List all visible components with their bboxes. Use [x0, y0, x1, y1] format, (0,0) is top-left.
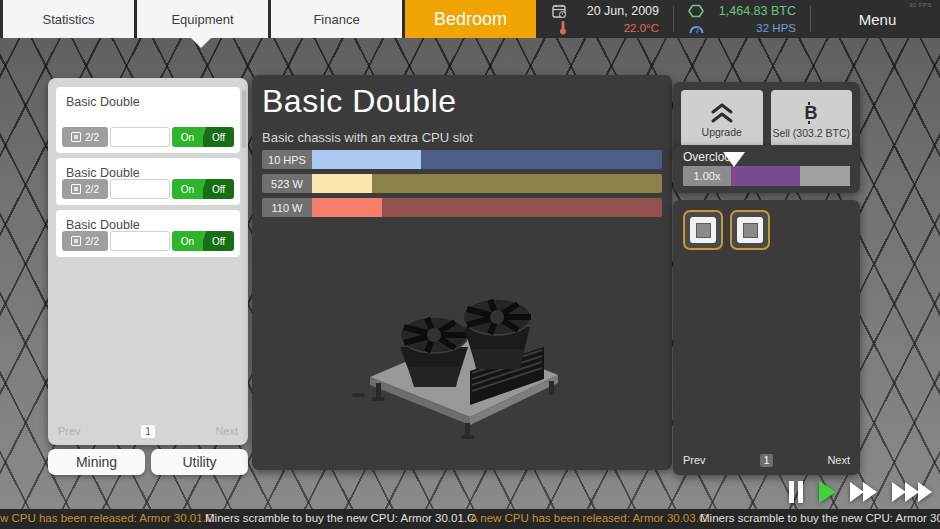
cpu-chip-icon [690, 217, 716, 243]
equipment-list-item[interactable]: Basic Double 2/2 On Off [56, 158, 240, 205]
next-page-button[interactable]: Next [215, 425, 238, 437]
hashrate-value: 32 HPS [708, 22, 796, 34]
tab-equipment[interactable]: Equipment [137, 0, 268, 38]
power-toggle[interactable]: On Off [172, 179, 234, 199]
equipment-name: Basic Double [66, 95, 233, 109]
cpu-slot-1-button[interactable] [683, 210, 723, 250]
overclock-value: 1.00x [683, 166, 731, 186]
ticker-message: Miners scramble to buy the new CPU: Armo… [700, 512, 940, 524]
tab-finance[interactable]: Finance [271, 0, 402, 38]
list-scrollbar[interactable] [242, 90, 246, 148]
overclock-track[interactable] [731, 166, 850, 186]
page-number: 1 [141, 425, 155, 438]
btc-coin-icon [688, 4, 704, 18]
upgrade-button[interactable]: Upgrade [681, 90, 763, 150]
stat-fill [312, 198, 382, 217]
stat-fill [312, 150, 421, 169]
pause-button[interactable] [787, 480, 805, 504]
play-button[interactable] [817, 480, 837, 504]
date-temp-group: 20 Jun, 2009 22.0°C [542, 0, 669, 38]
equipment-status-bar [110, 231, 170, 251]
equipment-list-item[interactable]: Basic Double 2/2 On Off [56, 210, 240, 257]
divider [673, 6, 674, 32]
overclock-panel: Overclock 1.00x [673, 145, 860, 193]
fastest-forward-button[interactable] [891, 480, 934, 504]
detail-title: Basic Double [262, 83, 662, 120]
balance-group: 1,464.83 BTC 32 HPS [678, 0, 806, 38]
game-screen: Statistics Equipment Finance Bedroom 20 … [0, 0, 940, 529]
upgrade-label: Upgrade [702, 126, 742, 138]
cpu-slot-count-badge: 2/2 [62, 127, 108, 147]
equipment-detail-panel: Basic Double Basic chassis with an extra… [252, 75, 672, 470]
bitcoin-icon: B [801, 101, 821, 125]
prev-page-button[interactable]: Prev [683, 454, 706, 466]
slot-count: 2/2 [85, 132, 99, 143]
overclock-handle[interactable] [723, 152, 745, 167]
cpu-slots-panel: Prev 1 Next [673, 200, 860, 475]
equipment-tab-notch [191, 38, 211, 48]
equipment-name: Basic Double [66, 166, 233, 180]
cpu-slot-count-badge: 2/2 [62, 179, 108, 199]
overclock-fill [731, 166, 800, 186]
stat-label: 110 W [262, 198, 312, 217]
equipment-name: Basic Double [66, 218, 233, 232]
game-date: 20 Jun, 2009 [571, 4, 659, 18]
ticker-message: w CPU has been released: Armor 30.01.C [0, 512, 214, 524]
toggle-off-label[interactable]: Off [203, 231, 234, 251]
top-bar: Statistics Equipment Finance Bedroom 20 … [0, 0, 940, 38]
thermometer-icon [559, 20, 567, 35]
heat-stat-bar: 110 W [262, 198, 662, 217]
tab-bedroom[interactable]: Bedroom [405, 0, 536, 38]
calendar-icon [552, 4, 567, 18]
hashrate-gauge-icon [689, 22, 704, 34]
next-page-button[interactable]: Next [827, 454, 850, 466]
sell-label: Sell (303.2 BTC) [772, 127, 850, 139]
time-controls [787, 478, 934, 506]
equipment-status-bar [110, 179, 170, 199]
cpu-slots-row [683, 210, 850, 250]
cpu-chip-icon [71, 132, 81, 142]
overclock-slider[interactable]: 1.00x [683, 166, 850, 186]
tab-utility[interactable]: Utility [151, 449, 248, 475]
detail-description: Basic chassis with an extra CPU slot [262, 130, 662, 145]
slot-count: 2/2 [85, 236, 99, 247]
stat-fill [312, 174, 372, 193]
svg-text:B: B [805, 103, 818, 123]
news-ticker: w CPU has been released: Armor 30.01.C M… [0, 509, 940, 529]
toggle-off-label[interactable]: Off [203, 127, 234, 147]
stat-label: 523 W [262, 174, 312, 193]
page-number: 1 [760, 454, 774, 467]
fast-forward-button[interactable] [849, 480, 879, 504]
power-toggle[interactable]: On Off [172, 231, 234, 251]
equipment-status-bar [110, 127, 170, 147]
tab-statistics[interactable]: Statistics [3, 0, 134, 38]
cpu-slot-count-badge: 2/2 [62, 231, 108, 251]
equipment-3d-model [352, 275, 572, 444]
equipment-list-panel: Basic Double 2/2 On Off Basic Double [48, 78, 248, 445]
slots-pagination: Prev 1 Next [683, 452, 850, 468]
divider [810, 6, 811, 32]
list-pagination: Prev 1 Next [58, 423, 238, 439]
upgrade-chevrons-icon [709, 102, 735, 124]
equipment-list-item[interactable]: Basic Double 2/2 On Off [56, 87, 240, 153]
toggle-off-label[interactable]: Off [203, 179, 234, 199]
hashrate-stat-bar: 10 HPS [262, 150, 662, 169]
power-toggle[interactable]: On Off [172, 127, 234, 147]
equipment-category-tabs: Mining Utility [48, 449, 248, 475]
slot-count: 2/2 [85, 184, 99, 195]
power-stat-bar: 523 W [262, 174, 662, 193]
overclock-label: Overclock [683, 150, 850, 164]
tab-mining[interactable]: Mining [48, 449, 145, 475]
cpu-chip-icon [71, 236, 81, 246]
cpu-slot-2-button[interactable] [730, 210, 770, 250]
btc-balance: 1,464.83 BTC [708, 4, 796, 18]
prev-page-button[interactable]: Prev [58, 425, 81, 437]
cpu-chip-icon [71, 184, 81, 194]
cpu-chip-icon [737, 217, 763, 243]
stat-label: 10 HPS [262, 150, 312, 169]
sell-button[interactable]: B Sell (303.2 BTC) [771, 90, 853, 150]
room-temperature: 22.0°C [571, 22, 659, 34]
fps-counter: 30 FPS [909, 2, 932, 8]
ticker-message: A new CPU has been released: Armor 30.03… [470, 512, 707, 524]
ticker-message: Miners scramble to buy the new CPU: Armo… [205, 512, 475, 524]
